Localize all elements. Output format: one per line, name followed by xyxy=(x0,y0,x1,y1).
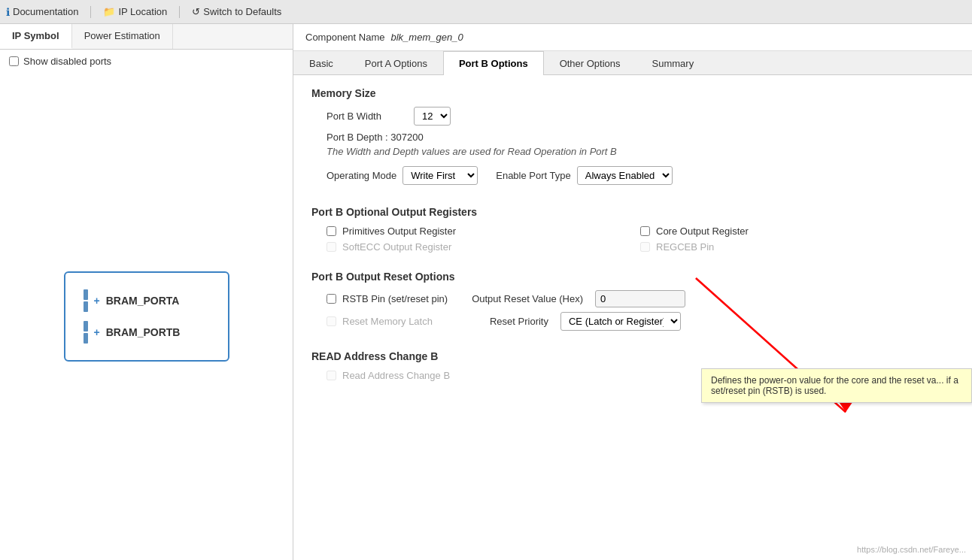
switch-to-defaults-label: Switch to Defaults xyxy=(203,6,281,17)
tab-ip-symbol[interactable]: IP Symbol xyxy=(0,24,72,49)
softecc-output-register-label[interactable]: SoftECC Output Register xyxy=(342,241,451,253)
operating-mode-select[interactable]: Write First Read First No Change xyxy=(402,166,478,185)
tab-power-estimation[interactable]: Power Estimation xyxy=(72,24,173,49)
tooltip-box: Defines the power-on value for the core … xyxy=(701,368,972,403)
component-name-row: Component Name blk_mem_gen_0 xyxy=(293,24,972,51)
toolbar-separator-2 xyxy=(179,6,180,18)
tab-bar: Basic Port A Options Port B Options Othe… xyxy=(293,51,972,75)
enable-port-type-label: Enable Port Type xyxy=(496,170,571,181)
core-output-register-row: Core Output Register xyxy=(640,226,954,237)
regceb-pin-label[interactable]: REGCEB Pin xyxy=(656,241,714,253)
bram-porta-label: BRAM_PORTA xyxy=(106,295,180,307)
main-layout: IP Symbol Power Estimation Show disabled… xyxy=(0,24,972,560)
portb-bar-2 xyxy=(84,333,88,344)
porta-plus: + xyxy=(94,295,100,307)
tab-port-b-options[interactable]: Port B Options xyxy=(443,51,544,75)
core-output-register-checkbox[interactable] xyxy=(640,226,650,236)
toolbar-separator-1 xyxy=(90,6,91,18)
reset-memory-latch-label[interactable]: Reset Memory Latch xyxy=(342,316,433,327)
rstb-pin-label[interactable]: RSTB Pin (set/reset pin) xyxy=(342,293,448,304)
component-name-value: blk_mem_gen_0 xyxy=(391,32,463,43)
ip-location-label: IP Location xyxy=(118,6,167,17)
read-address-title: READ Address Change B xyxy=(311,350,954,362)
bram-porta-port: + BRAM_PORTA xyxy=(84,285,210,316)
porta-bar-2 xyxy=(84,301,88,312)
refresh-icon: ↺ xyxy=(192,6,200,17)
bram-symbol-box: + BRAM_PORTA + BRAM_PORTB xyxy=(64,271,229,362)
switch-to-defaults-link[interactable]: ↺ Switch to Defaults xyxy=(192,6,281,17)
reset-memory-row: Reset Memory Latch Reset Priority CE (La… xyxy=(311,312,954,331)
output-reset-title: Port B Output Reset Options xyxy=(311,271,954,283)
rstb-pin-checkbox[interactable] xyxy=(327,294,336,304)
reset-memory-latch-checkbox[interactable] xyxy=(327,316,336,326)
operating-mode-group: Operating Mode Write First Read First No… xyxy=(327,166,478,185)
softecc-output-register-row: SoftECC Output Register xyxy=(327,241,640,253)
port-b-width-row: Port B Width 8 9 12 16 18 32 xyxy=(311,107,954,126)
right-panel: Component Name blk_mem_gen_0 Basic Port … xyxy=(293,24,972,560)
port-b-width-select[interactable]: 8 9 12 16 18 32 xyxy=(414,107,451,126)
output-reset-hex-input[interactable] xyxy=(595,290,685,307)
port-b-depth-row: Port B Depth : 307200 xyxy=(311,132,954,143)
tooltip-text: Defines the power-on value for the core … xyxy=(711,375,958,396)
location-icon: 📁 xyxy=(103,6,115,17)
enable-port-type-select[interactable]: Always Enabled Use ENA Pin Use ENB Pin xyxy=(577,166,673,185)
show-disabled-ports-row: Show disabled ports xyxy=(0,50,293,73)
operating-mode-label: Operating Mode xyxy=(327,170,396,181)
info-icon: ℹ xyxy=(6,6,10,18)
porta-bar-1 xyxy=(84,289,88,300)
regceb-pin-checkbox[interactable] xyxy=(640,242,650,252)
bram-portb-port: + BRAM_PORTB xyxy=(84,316,210,348)
port-b-width-label: Port B Width xyxy=(327,110,402,122)
documentation-label: Documentation xyxy=(13,6,78,17)
primitives-output-register-row: Primitives Output Register xyxy=(327,226,640,237)
watermark: https://blog.csdn.net/Fareye... xyxy=(857,545,966,554)
component-name-label: Component Name xyxy=(305,32,385,43)
rstb-pin-checkbox-row: RSTB Pin (set/reset pin) xyxy=(327,293,448,304)
softecc-output-register-checkbox[interactable] xyxy=(327,242,336,252)
toolbar: ℹ Documentation 📁 IP Location ↺ Switch t… xyxy=(0,0,972,24)
porta-bars xyxy=(84,289,88,312)
show-disabled-ports-label[interactable]: Show disabled ports xyxy=(23,56,111,67)
regceb-pin-row: REGCEB Pin xyxy=(640,241,954,253)
enable-port-type-group: Enable Port Type Always Enabled Use ENA … xyxy=(496,166,673,185)
portb-plus: + xyxy=(94,326,100,338)
reset-priority-label: Reset Priority xyxy=(490,316,548,327)
symbol-area: + BRAM_PORTA + BRAM_PORTB xyxy=(0,73,293,560)
bram-portb-label: BRAM_PORTB xyxy=(106,326,181,338)
show-disabled-ports-checkbox[interactable] xyxy=(9,56,19,66)
primitives-output-register-label[interactable]: Primitives Output Register xyxy=(342,226,456,237)
tab-summary[interactable]: Summary xyxy=(636,51,710,75)
tab-basic[interactable]: Basic xyxy=(293,51,349,75)
width-depth-note: The Width and Depth values are used for … xyxy=(311,146,954,157)
left-tabs: IP Symbol Power Estimation xyxy=(0,24,293,50)
content-area: Memory Size Port B Width 8 9 12 16 18 32… xyxy=(293,75,972,560)
tab-port-a-options[interactable]: Port A Options xyxy=(349,51,443,75)
documentation-link[interactable]: ℹ Documentation xyxy=(6,6,78,18)
tab-other-options[interactable]: Other Options xyxy=(544,51,636,75)
portb-bar-1 xyxy=(84,321,88,331)
left-panel: IP Symbol Power Estimation Show disabled… xyxy=(0,24,293,560)
reset-priority-select[interactable]: CE (Latch or Register) SR (Set/Reset) xyxy=(560,312,681,331)
rstb-pin-row: RSTB Pin (set/reset pin) Output Reset Va… xyxy=(311,290,954,307)
read-address-change-b-label[interactable]: Read Address Change B xyxy=(342,370,450,381)
reset-memory-latch-row: Reset Memory Latch xyxy=(327,316,433,327)
operating-mode-row: Operating Mode Write First Read First No… xyxy=(311,166,954,185)
primitives-output-register-checkbox[interactable] xyxy=(327,226,336,236)
ip-location-link[interactable]: 📁 IP Location xyxy=(103,6,167,17)
memory-size-title: Memory Size xyxy=(311,87,954,99)
port-b-depth-value: 307200 xyxy=(390,132,423,143)
core-output-register-label[interactable]: Core Output Register xyxy=(656,226,749,237)
optional-registers-title: Port B Optional Output Registers xyxy=(311,206,954,218)
read-address-change-b-checkbox[interactable] xyxy=(327,371,336,380)
port-b-depth-label: Port B Depth : xyxy=(327,132,388,143)
portb-bars xyxy=(84,321,88,344)
output-reset-value-label: Output Reset Value (Hex) xyxy=(472,293,583,304)
